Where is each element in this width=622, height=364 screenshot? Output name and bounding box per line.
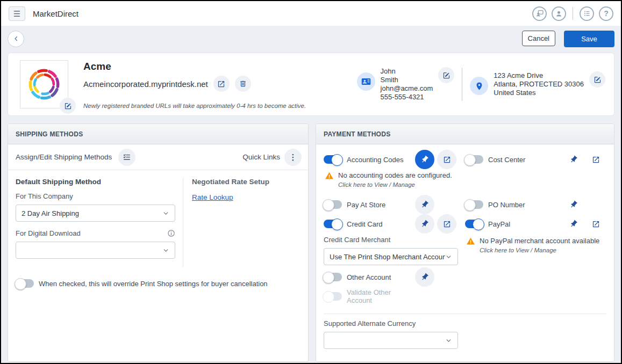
pin-icon[interactable] — [415, 214, 434, 234]
accounting-codes-warning: No accounting codes are configured. Clic… — [324, 169, 452, 192]
save-button[interactable]: Save — [564, 31, 614, 47]
edit-contact-button[interactable] — [438, 67, 454, 83]
external-link-icon[interactable] — [586, 214, 605, 234]
accounting-codes-label: Accounting Codes — [347, 156, 404, 164]
external-link-icon[interactable] — [586, 150, 605, 169]
for-this-company-select[interactable]: 2 Day Air Shipping — [16, 205, 175, 222]
cost-center-label: Cost Center — [488, 156, 525, 164]
list-icon — [583, 10, 591, 17]
edit-icon — [64, 102, 72, 110]
external-link-icon[interactable] — [437, 150, 456, 169]
pin-icon[interactable] — [415, 195, 434, 214]
header-icon-group: ? — [532, 6, 613, 21]
top-header: ☰ MarketDirect ? — [1, 1, 621, 26]
external-link-icon — [592, 156, 600, 164]
person-screen-icon — [535, 9, 544, 18]
card-divider — [462, 68, 462, 101]
chevron-down-icon — [162, 247, 169, 254]
paypal-toggle[interactable] — [465, 220, 483, 228]
url-activation-note: Newly registered branded URLs will take … — [83, 103, 306, 109]
impersonate-user-icon[interactable] — [532, 6, 547, 21]
other-account-toggle[interactable] — [324, 273, 342, 281]
menu-icon[interactable]: ☰ — [9, 6, 25, 21]
contact-last-name: Smith — [381, 76, 433, 84]
address-details: 123 Acme Drive Atlanta, PROTECTED 30306 … — [494, 71, 584, 97]
shipping-panel-title: SHIPPING METHODS — [8, 124, 308, 144]
company-logo-wrap — [20, 60, 68, 108]
pay-at-store-toggle[interactable] — [324, 200, 342, 209]
open-url-button[interactable] — [213, 76, 230, 92]
list-menu-icon[interactable] — [580, 6, 594, 21]
select-value: Use The Print Shop Merchant Account — [330, 253, 445, 261]
quick-links-menu-icon[interactable]: ⋮ — [284, 149, 302, 166]
pin-icon[interactable] — [564, 214, 583, 234]
for-digital-download-select[interactable] — [16, 242, 175, 259]
select-value: 2 Day Air Shipping — [22, 209, 79, 217]
external-link-icon — [592, 220, 600, 228]
app-window: ☰ MarketDirect ? Cancel Save — [0, 0, 622, 364]
address-block: 123 Acme Drive Atlanta, PROTECTED 30306 … — [470, 71, 605, 97]
default-shipping-heading: Default Shipping Method — [16, 178, 175, 186]
info-icon[interactable] — [167, 229, 175, 237]
warning-text: No PayPal merchant account available — [480, 237, 599, 245]
pin-icon[interactable] — [564, 150, 583, 169]
pin-icon[interactable] — [564, 195, 583, 214]
warning-icon — [466, 237, 475, 246]
pin-icon — [420, 273, 429, 281]
po-number-label: PO Number — [488, 201, 525, 209]
edit-icon — [594, 76, 602, 84]
payment-panel-title: PAYMENT METHODS — [316, 124, 614, 144]
credit-card-label: Credit Card — [347, 220, 382, 228]
for-digital-label: For Digital Download — [16, 229, 81, 237]
back-button[interactable] — [8, 31, 24, 47]
for-company-label: For This Company — [16, 192, 175, 200]
warning-icon — [325, 171, 334, 180]
validate-other-account-toggle — [324, 292, 342, 301]
warning-text: No accounting codes are configured. — [338, 171, 452, 179]
shipping-methods-panel: SHIPPING METHODS Assign/Edit Shipping Me… — [8, 123, 309, 362]
assign-shipping-label: Assign/Edit Shipping Methods — [16, 153, 112, 161]
other-account-label: Other Account — [347, 273, 391, 281]
chevron-down-icon — [162, 210, 169, 217]
view-manage-link[interactable]: Click here to View / Manage — [480, 247, 599, 253]
user-profile-icon[interactable] — [552, 6, 566, 21]
external-link-icon[interactable] — [437, 214, 456, 234]
contact-card-icon — [357, 72, 375, 91]
override-cancellation-toggle[interactable] — [16, 279, 34, 288]
swirl-logo — [23, 63, 65, 105]
checklist-icon — [123, 153, 131, 162]
pin-icon — [569, 200, 578, 209]
section-divider — [324, 314, 606, 314]
company-url: Acmeincorporated.myprintdesk.net — [83, 79, 208, 89]
chevron-left-icon — [13, 35, 19, 42]
edit-address-button[interactable] — [589, 71, 605, 88]
delete-url-button[interactable] — [235, 76, 251, 92]
header-divider — [573, 7, 573, 20]
pin-icon[interactable] — [415, 150, 434, 169]
edit-logo-button[interactable] — [60, 98, 76, 114]
action-bar: Cancel Save — [1, 26, 621, 52]
view-manage-link[interactable]: Click here to View / Manage — [338, 181, 452, 188]
assign-shipping-button[interactable] — [118, 149, 135, 166]
pin-icon[interactable] — [415, 267, 434, 287]
cost-center-toggle[interactable] — [465, 155, 483, 164]
chevron-down-icon — [445, 337, 452, 344]
trash-icon — [239, 80, 247, 88]
pin-icon — [420, 220, 429, 228]
credit-card-merchant-select[interactable]: Use The Print Shop Merchant Account — [324, 248, 458, 265]
rate-lookup-link[interactable]: Rate Lookup — [192, 193, 233, 201]
accounting-codes-toggle[interactable] — [324, 155, 342, 164]
credit-card-toggle[interactable] — [324, 220, 342, 228]
paypal-warning: No PayPal merchant account available Cli… — [465, 235, 599, 258]
pin-icon — [420, 155, 429, 164]
cancel-button[interactable]: Cancel — [522, 31, 555, 46]
alt-currency-select[interactable] — [324, 332, 458, 349]
edit-icon — [442, 71, 451, 79]
company-summary-card: Acme Acmeincorporated.myprintdesk.net Ne… — [8, 53, 614, 116]
contact-block: John Smith john@acme.com 555-555-4321 — [357, 67, 455, 101]
payment-methods-panel: PAYMENT METHODS Accounting Codes — [316, 123, 614, 362]
shipping-subheader: Assign/Edit Shipping Methods Quick Links… — [8, 144, 308, 170]
contact-email: john@acme.com — [381, 84, 433, 93]
po-number-toggle[interactable] — [465, 200, 483, 209]
help-icon[interactable]: ? — [599, 6, 613, 21]
